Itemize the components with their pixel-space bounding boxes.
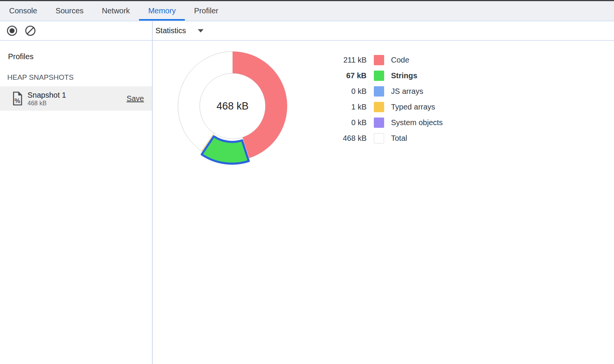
view-toolbar: Statistics (152, 26, 204, 35)
total-swatch-icon (374, 133, 384, 143)
profiles-title: Profiles (0, 41, 152, 62)
snapshot-meta: Snapshot 1 468 kB (27, 90, 66, 107)
memory-toolbar: Statistics (0, 21, 614, 41)
record-heap-snapshot-button[interactable] (6, 25, 18, 36)
snapshot-list-item[interactable]: % Snapshot 1 468 kB Save (0, 86, 152, 111)
save-snapshot-link[interactable]: Save (126, 94, 144, 103)
heap-statistics-donut-chart: 468 kB (171, 45, 294, 167)
tab-console[interactable]: Console (0, 1, 46, 21)
legend-label: System objects (391, 118, 443, 127)
devtools-tabbar: Console Sources Network Memory Profiler (0, 1, 614, 21)
tab-sources[interactable]: Sources (46, 1, 92, 21)
perspective-dropdown-label: Statistics (155, 26, 186, 35)
tab-profiler[interactable]: Profiler (185, 1, 227, 21)
legend-value: 1 kB (321, 103, 367, 111)
strings-swatch-icon (374, 71, 384, 81)
legend-label: Strings (391, 71, 417, 80)
legend-label: Code (391, 56, 409, 64)
clear-icon (25, 25, 36, 36)
chevron-down-icon (197, 29, 204, 33)
statistics-view: 468 kB 211 kB Code 67 kB Strings 0 kB JS… (153, 41, 614, 364)
legend-label: Typed arrays (391, 103, 435, 111)
legend-row-total[interactable]: 468 kB Total (321, 130, 443, 146)
legend-row-typed-arrays[interactable]: 1 kB Typed arrays (321, 99, 443, 115)
snapshot-size: 468 kB (27, 100, 66, 107)
slice-strings[interactable] (202, 136, 249, 164)
legend-row-js-arrays[interactable]: 0 kB JS arrays (321, 84, 443, 99)
snapshot-name: Snapshot 1 (27, 90, 66, 100)
clear-profiles-button[interactable] (25, 25, 36, 36)
record-icon (6, 25, 18, 36)
typed-arrays-swatch-icon (374, 102, 384, 112)
legend-value: 67 kB (321, 71, 367, 80)
chart-legend: 211 kB Code 67 kB Strings 0 kB JS arrays… (321, 52, 443, 146)
legend-value: 0 kB (321, 87, 367, 96)
heap-snapshots-section-title: HEAP SNAPSHOTS (0, 72, 152, 82)
legend-row-strings[interactable]: 67 kB Strings (321, 68, 443, 84)
profiles-sidebar: Profiles HEAP SNAPSHOTS % Snapshot 1 468… (0, 41, 152, 364)
svg-text:%: % (15, 97, 20, 105)
system-objects-swatch-icon (374, 118, 384, 128)
legend-value: 211 kB (321, 56, 367, 64)
legend-value: 468 kB (321, 134, 367, 143)
heap-snapshot-file-icon: % (12, 90, 23, 107)
legend-row-system-objects[interactable]: 0 kB System objects (321, 115, 443, 130)
legend-row-code[interactable]: 211 kB Code (321, 52, 443, 68)
profiles-toolbar (0, 25, 152, 36)
code-swatch-icon (374, 55, 384, 65)
perspective-dropdown[interactable]: Statistics (155, 26, 204, 35)
legend-label: JS arrays (391, 87, 423, 96)
donut-center-label: 468 kB (217, 100, 249, 112)
tab-memory[interactable]: Memory (139, 1, 185, 21)
legend-label: Total (391, 134, 407, 143)
js-arrays-swatch-icon (374, 86, 384, 97)
legend-value: 0 kB (321, 118, 367, 127)
tab-network[interactable]: Network (93, 1, 139, 21)
